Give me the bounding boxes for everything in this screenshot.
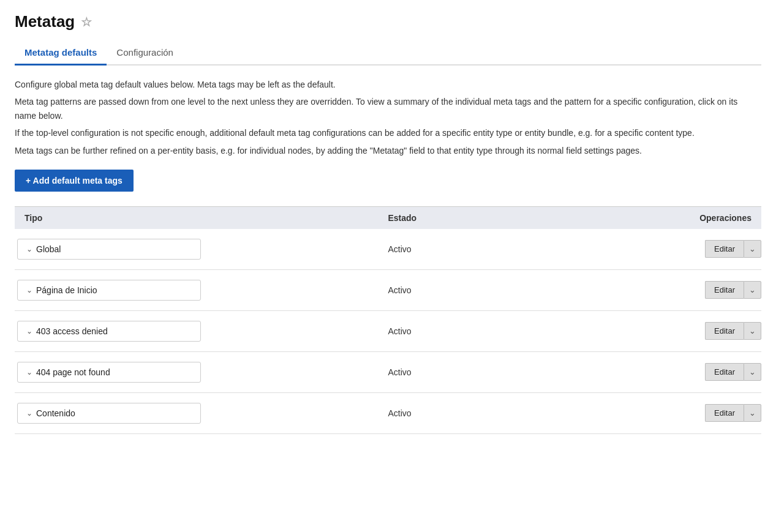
tab-configuracion[interactable]: Configuración (107, 41, 183, 66)
description-block: Configure global meta tag default values… (15, 78, 761, 157)
col-header-operaciones: Operaciones (570, 213, 752, 223)
tipo-label-global: Global (36, 244, 61, 254)
table-row: ⌄ Contenido Activo Editar ⌄ (15, 393, 761, 434)
page-wrapper: Metatag ☆ Metatag defaults Configuración… (0, 0, 776, 532)
tipo-cell-404: ⌄ 404 page not found (15, 362, 388, 383)
tipo-cell-contenido: ⌄ Contenido (15, 403, 388, 424)
chevron-down-icon: ⌄ (26, 286, 32, 294)
ops-cell-403: Editar ⌄ (574, 322, 761, 340)
edit-button-404[interactable]: Editar (705, 363, 744, 381)
page-title: Metatag (15, 12, 75, 31)
tipo-cell-pagina-inicio: ⌄ Página de Inicio (15, 280, 388, 301)
dropdown-button-403[interactable]: ⌄ (744, 322, 761, 340)
estado-cell-contenido: Activo (388, 408, 575, 418)
col-header-estado: Estado (388, 213, 570, 223)
ops-cell-contenido: Editar ⌄ (574, 404, 761, 422)
col-header-tipo: Tipo (24, 213, 388, 223)
tab-bar: Metatag defaults Configuración (15, 41, 761, 66)
dropdown-button-404[interactable]: ⌄ (744, 363, 761, 381)
dropdown-button-pagina-inicio[interactable]: ⌄ (744, 281, 761, 299)
tipo-cell-403: ⌄ 403 access denied (15, 321, 388, 342)
edit-button-pagina-inicio[interactable]: Editar (705, 281, 744, 299)
table-row: ⌄ 403 access denied Activo Editar ⌄ (15, 311, 761, 352)
page-title-container: Metatag ☆ (15, 12, 761, 31)
tipo-box-global[interactable]: ⌄ Global (17, 239, 201, 260)
meta-tags-table: Tipo Estado Operaciones ⌄ Global Activo … (15, 206, 761, 434)
edit-button-contenido[interactable]: Editar (705, 404, 744, 422)
add-default-meta-tags-button[interactable]: + Add default meta tags (15, 170, 134, 192)
estado-cell-403: Activo (388, 326, 575, 336)
tipo-label-pagina-inicio: Página de Inicio (36, 285, 97, 295)
tipo-label-404: 404 page not found (36, 367, 110, 377)
ops-cell-global: Editar ⌄ (574, 240, 761, 258)
table-row: ⌄ Global Activo Editar ⌄ (15, 229, 761, 270)
edit-button-global[interactable]: Editar (705, 240, 744, 258)
tipo-label-403: 403 access denied (36, 326, 108, 336)
dropdown-button-contenido[interactable]: ⌄ (744, 404, 761, 422)
table-row: ⌄ Página de Inicio Activo Editar ⌄ (15, 270, 761, 311)
edit-button-403[interactable]: Editar (705, 322, 744, 340)
table-row: ⌄ 404 page not found Activo Editar ⌄ (15, 352, 761, 393)
desc-3: If the top-level configuration is not sp… (15, 126, 761, 140)
estado-cell-404: Activo (388, 367, 575, 377)
ops-cell-pagina-inicio: Editar ⌄ (574, 281, 761, 299)
chevron-down-icon: ⌄ (26, 245, 32, 253)
table-header: Tipo Estado Operaciones (15, 206, 761, 229)
dropdown-button-global[interactable]: ⌄ (744, 240, 761, 258)
tipo-box-contenido[interactable]: ⌄ Contenido (17, 403, 201, 424)
tipo-cell-global: ⌄ Global (15, 239, 388, 260)
desc-4: Meta tags can be further refined on a pe… (15, 144, 761, 157)
desc-2: Meta tag patterns are passed down from o… (15, 95, 761, 122)
chevron-down-icon: ⌄ (26, 327, 32, 335)
desc-1: Configure global meta tag default values… (15, 78, 761, 91)
tipo-box-404[interactable]: ⌄ 404 page not found (17, 362, 201, 383)
estado-cell-global: Activo (388, 244, 575, 254)
estado-cell-pagina-inicio: Activo (388, 285, 575, 295)
chevron-down-icon: ⌄ (26, 368, 32, 377)
tipo-box-403[interactable]: ⌄ 403 access denied (17, 321, 201, 342)
chevron-down-icon: ⌄ (26, 409, 32, 418)
tab-metatag-defaults[interactable]: Metatag defaults (15, 41, 107, 66)
tipo-label-contenido: Contenido (36, 408, 75, 418)
ops-cell-404: Editar ⌄ (574, 363, 761, 381)
tipo-box-pagina-inicio[interactable]: ⌄ Página de Inicio (17, 280, 201, 301)
favorite-star-icon[interactable]: ☆ (81, 15, 92, 29)
